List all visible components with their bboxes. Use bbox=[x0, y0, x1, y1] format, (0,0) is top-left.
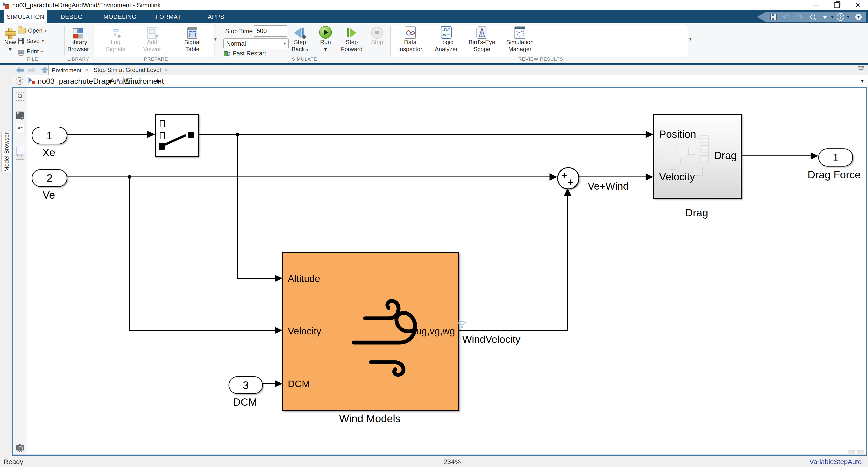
subsystem-preview-watermark bbox=[666, 133, 721, 180]
tab-stop-sim-at-ground-level[interactable]: Stop Sim at Ground Level × bbox=[90, 65, 165, 75]
section-label-simulate: SIMULATE bbox=[292, 56, 317, 62]
nav-up-icon[interactable] bbox=[41, 67, 49, 73]
tab-simulation[interactable]: SIMULATION bbox=[4, 10, 47, 23]
data-inspector-button[interactable]: Data Inspector bbox=[392, 26, 428, 53]
status-bar: Ready 234% VariableStepAuto bbox=[0, 456, 868, 467]
inport-block-xe[interactable]: 1 bbox=[32, 127, 67, 144]
review-overflow-icon[interactable]: ▾ bbox=[689, 36, 691, 42]
hide-model-browser-button[interactable] bbox=[12, 75, 27, 87]
keyboard-shortcuts-icon[interactable] bbox=[858, 66, 864, 72]
quick-access-toolbar: ↶ ↷ ★ ▾ ? ▾ ▼ bbox=[757, 12, 866, 22]
simulation-mode-select[interactable]: Normal▾ bbox=[223, 38, 289, 49]
inport-label-ve[interactable]: Ve bbox=[43, 189, 55, 201]
wire-ve-to-sum[interactable] bbox=[66, 176, 550, 177]
inport-label-xe[interactable]: Xe bbox=[42, 146, 55, 158]
inport-label-dcm[interactable]: DCM bbox=[233, 396, 257, 408]
wire-branch-to-altitude-h[interactable] bbox=[237, 278, 275, 279]
tab-enviroment[interactable]: Enviroment × bbox=[49, 65, 96, 75]
save-button[interactable]: Save▾ bbox=[18, 36, 44, 46]
breadcrumb-separator-icon[interactable]: ▶ bbox=[157, 75, 161, 87]
collapse-palette-icon[interactable]: « bbox=[18, 446, 22, 453]
pane-border-bottom bbox=[12, 455, 867, 456]
wire-branch-to-velocity-v[interactable] bbox=[129, 177, 130, 331]
outport-label-drag-force[interactable]: Drag Force bbox=[807, 168, 861, 181]
birdseye-scope-button[interactable]: Bird's-Eye Scope bbox=[464, 26, 500, 53]
breadcrumb-dropdown-icon[interactable]: ▼ bbox=[860, 75, 865, 87]
search-icon[interactable] bbox=[808, 12, 818, 22]
wire-branch-to-velocity-h[interactable] bbox=[129, 330, 275, 331]
stop-button[interactable]: Stop bbox=[359, 26, 395, 46]
tab-modeling[interactable]: MODELING bbox=[103, 10, 137, 23]
wind-models-block[interactable]: Altitude Velocity DCM ug,vg,wg bbox=[282, 252, 459, 411]
zoom-region-icon[interactable] bbox=[16, 92, 24, 101]
fast-restart-toggle[interactable]: Fast Restart bbox=[224, 50, 266, 57]
help-dropdown-icon[interactable]: ▾ bbox=[845, 12, 851, 22]
prepare-overflow-icon[interactable]: ▾ bbox=[214, 36, 217, 42]
log-signals-button[interactable]: Log Signals bbox=[97, 26, 133, 53]
sum-block[interactable]: + + bbox=[557, 167, 579, 189]
undo-icon[interactable]: ↶ bbox=[781, 12, 791, 22]
add-viewer-button[interactable]: Add Viewer bbox=[134, 26, 170, 53]
outport-block-drag-force[interactable]: 1 bbox=[818, 148, 853, 167]
annotation-icon[interactable]: A≡ bbox=[16, 125, 24, 133]
inport-block-dcm[interactable]: 3 bbox=[228, 376, 263, 394]
wire-dcm-to-windmodels[interactable] bbox=[261, 383, 275, 384]
scrollbar-corner[interactable] bbox=[848, 450, 855, 454]
wire-windvelocity-v[interactable] bbox=[567, 195, 568, 330]
area-annotation-icon[interactable] bbox=[16, 147, 24, 155]
signal-table-button[interactable]: Signal Table bbox=[174, 26, 211, 53]
simulation-manager-icon bbox=[502, 26, 538, 39]
save-file-icon bbox=[18, 38, 24, 44]
canvas-palette: ⇉ A≡ « bbox=[13, 88, 27, 455]
data-inspector-icon bbox=[392, 26, 428, 39]
inport-block-ve[interactable]: 2 bbox=[32, 169, 67, 187]
wire-xe-to-switch[interactable] bbox=[66, 134, 147, 135]
wind-models-label[interactable]: Wind Models bbox=[339, 412, 401, 425]
wire-drag-to-outport[interactable] bbox=[740, 155, 811, 156]
ribbon-collapse-icon[interactable]: ▼ bbox=[854, 12, 864, 22]
redo-icon[interactable]: ↷ bbox=[795, 12, 805, 22]
library-browser-button[interactable]: Library Browser bbox=[60, 26, 96, 53]
close-button[interactable]: × bbox=[848, 0, 868, 10]
nav-forward-icon[interactable] bbox=[28, 67, 36, 73]
wire-sum-to-velocity[interactable] bbox=[578, 176, 646, 177]
model-browser-tab[interactable]: Model Browser bbox=[1, 132, 12, 172]
tab-format[interactable]: FORMAT bbox=[156, 10, 181, 23]
print-button[interactable]: Print▾ bbox=[18, 47, 43, 56]
arrowhead-icon bbox=[275, 380, 282, 387]
signal-label-ve-wind[interactable]: Ve+Wind bbox=[588, 180, 629, 192]
help-icon[interactable]: ? bbox=[836, 12, 845, 22]
scrollbar-corner[interactable] bbox=[857, 450, 864, 454]
signal-routing-icon[interactable]: ⇉ bbox=[17, 113, 24, 121]
section-label-library: LIBRARY bbox=[67, 56, 89, 62]
signal-label-windvelocity[interactable]: WindVelocity bbox=[462, 333, 521, 345]
favorites-dropdown-icon[interactable]: ▾ bbox=[830, 12, 835, 22]
breadcrumb-separator-icon[interactable]: ▶ bbox=[109, 75, 113, 87]
subsystem-icon bbox=[116, 77, 124, 85]
save-icon[interactable] bbox=[769, 12, 778, 22]
print-icon bbox=[18, 50, 24, 55]
minimize-button[interactable] bbox=[806, 0, 826, 10]
arrowhead-icon bbox=[275, 327, 282, 334]
signal-table-icon bbox=[174, 26, 211, 39]
wire-windmodels-out-h[interactable] bbox=[457, 330, 568, 331]
wire-branch-to-altitude-v[interactable] bbox=[237, 135, 238, 279]
tab-close-icon[interactable]: × bbox=[164, 66, 168, 74]
lookup-switch-block[interactable] bbox=[155, 114, 199, 157]
status-solver[interactable]: VariableStepAuto bbox=[809, 456, 862, 467]
open-button[interactable]: Open▾ bbox=[18, 26, 46, 35]
tab-debug[interactable]: DEBUG bbox=[61, 10, 83, 23]
favorites-block-icon[interactable]: ★ bbox=[820, 12, 830, 22]
tab-apps[interactable]: APPS bbox=[208, 10, 224, 23]
arrowhead-icon bbox=[550, 173, 557, 180]
restore-button[interactable] bbox=[827, 0, 847, 10]
logic-analyzer-button[interactable]: Logic Analyzer bbox=[428, 26, 464, 53]
drag-subsystem-block[interactable]: Position Velocity Drag bbox=[653, 114, 742, 199]
nav-back-icon[interactable] bbox=[16, 67, 24, 73]
wire-switch-to-position[interactable] bbox=[197, 134, 646, 135]
simulation-manager-button[interactable]: Simulation Manager bbox=[502, 26, 538, 53]
drag-block-label[interactable]: Drag bbox=[685, 206, 708, 219]
section-label-file: FILE bbox=[27, 56, 38, 62]
tab-close-icon[interactable]: × bbox=[85, 67, 89, 74]
open-icon bbox=[18, 28, 26, 33]
